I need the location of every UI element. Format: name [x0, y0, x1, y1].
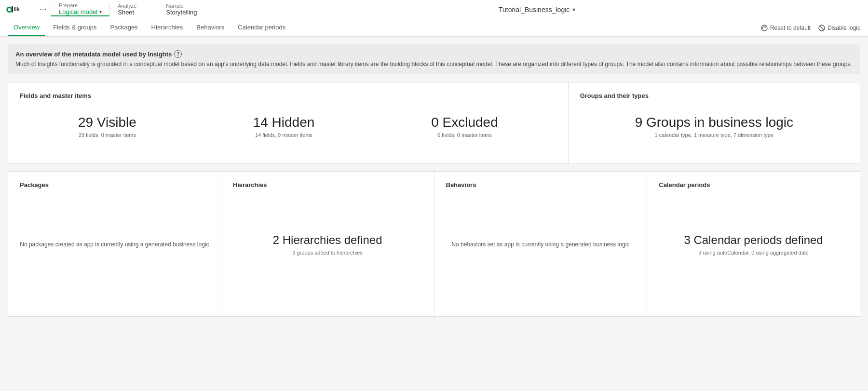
packages-card-title: Packages [20, 181, 209, 189]
stats-row: Fields and master items 29 Visible 29 fi… [8, 82, 860, 163]
calendar-periods-card-title: Calendar periods [659, 181, 848, 189]
groups-sub: 1 calendar type, 1 measure type, 7 dimen… [635, 132, 793, 138]
behaviors-card-title: Behaviors [446, 181, 636, 189]
calendar-periods-card-body: 3 Calendar periods defined 3 using autoC… [659, 196, 848, 293]
tab-calendar-periods[interactable]: Calendar periods [232, 19, 291, 36]
hierarchies-card: Hierarchies 2 Hierarchies defined 3 grou… [221, 172, 434, 316]
visible-stat: 29 Visible 29 fields, 0 master items [78, 115, 136, 138]
excluded-sub: 0 fields, 0 master items [431, 132, 498, 138]
cards-row: Packages No packages created as app is c… [8, 171, 860, 317]
hierarchies-sub-label: 3 groups added to hierarchies [292, 250, 363, 256]
fields-panel: Fields and master items 29 Visible 29 fi… [8, 82, 568, 163]
narrate-label: Narrate [166, 3, 198, 9]
hidden-stat: 14 Hidden 14 fields, 0 master items [253, 115, 315, 138]
disable-icon [818, 25, 825, 31]
packages-card: Packages No packages created as app is c… [8, 172, 221, 316]
hierarchies-big-number: 2 Hierarchies defined [273, 233, 382, 247]
reset-to-default-button[interactable]: Reset to default [761, 25, 811, 31]
app-title[interactable]: Tutorial_Business_logic ▾ [499, 6, 575, 13]
reset-to-default-label: Reset to default [770, 25, 811, 31]
behaviors-card: Behaviors No behaviors set as app is cur… [434, 172, 647, 316]
secondary-nav-actions: Reset to default Disable logic [761, 25, 860, 31]
excluded-count: 0 Excluded [431, 115, 498, 130]
disable-logic-button[interactable]: Disable logic [818, 25, 860, 31]
top-bar-left: lik ··· Prepare Logical model ▾ Analyze … [0, 0, 206, 19]
app-title-dropdown-icon[interactable]: ▾ [572, 6, 575, 13]
info-banner-text: Much of Insights functionality is ground… [15, 60, 853, 68]
top-bar: lik ··· Prepare Logical model ▾ Analyze … [0, 0, 868, 19]
app-title-text: Tutorial_Business_logic [499, 6, 570, 13]
tab-hierarchies[interactable]: Hierarchies [146, 19, 189, 36]
top-bar-center: Tutorial_Business_logic ▾ [206, 0, 868, 19]
calendar-periods-sub-label: 3 using autoCalendar, 0 using aggregated… [698, 250, 809, 256]
hierarchies-card-body: 2 Hierarchies defined 3 groups added to … [233, 196, 422, 293]
visible-count: 29 Visible [78, 115, 136, 130]
prepare-value: Logical model ▾ [59, 8, 102, 15]
fields-stats-items: 29 Visible 29 fields, 0 master items 14 … [20, 107, 556, 153]
tab-fields-groups[interactable]: Fields & groups [47, 19, 102, 36]
svg-point-1 [8, 8, 11, 11]
info-help-icon[interactable]: ? [174, 50, 182, 58]
svg-text:lik: lik [14, 6, 20, 12]
groups-panel-title: Groups and their types [580, 92, 848, 99]
narrate-nav-section[interactable]: Narrate Storytelling [158, 3, 206, 16]
reset-icon [761, 25, 768, 31]
packages-card-body: No packages created as app is currently … [20, 196, 209, 293]
packages-card-note: No packages created as app is currently … [20, 240, 209, 249]
info-banner: An overview of the metadata model used b… [8, 44, 860, 74]
narrate-value: Storytelling [166, 9, 198, 16]
behaviors-card-note: No behaviors set as app is currently usi… [451, 240, 629, 249]
svg-line-7 [820, 26, 824, 30]
behaviors-card-body: No behaviors set as app is currently usi… [446, 196, 636, 293]
groups-panel: Groups and their types 9 Groups in busin… [568, 82, 860, 163]
more-options-button[interactable]: ··· [36, 4, 51, 14]
tab-overview[interactable]: Overview [8, 19, 45, 36]
qlik-logo: lik [0, 4, 36, 15]
fields-panel-title: Fields and master items [20, 92, 556, 99]
analyze-value: Sheet [118, 9, 150, 16]
groups-stat: 9 Groups in business logic 1 calendar ty… [635, 115, 793, 138]
hierarchies-card-title: Hierarchies [233, 181, 422, 189]
svg-rect-2 [12, 5, 14, 12]
hidden-sub: 14 fields, 0 master items [253, 132, 315, 138]
info-banner-title: An overview of the metadata model used b… [15, 50, 853, 58]
groups-count: 9 Groups in business logic [635, 115, 793, 130]
prepare-nav-section[interactable]: Prepare Logical model ▾ [51, 2, 109, 16]
analyze-label: Analyze [118, 3, 150, 9]
main-content: An overview of the metadata model used b… [0, 37, 868, 324]
calendar-periods-big-number: 3 Calendar periods defined [684, 233, 823, 247]
disable-logic-label: Disable logic [827, 25, 860, 31]
groups-stats-items: 9 Groups in business logic 1 calendar ty… [580, 107, 848, 153]
analyze-nav-section[interactable]: Analyze Sheet [109, 3, 158, 16]
hidden-count: 14 Hidden [253, 115, 315, 130]
tab-behaviors[interactable]: Behaviors [190, 19, 230, 36]
visible-sub: 29 fields, 0 master items [78, 132, 136, 138]
tab-packages[interactable]: Packages [105, 19, 144, 36]
prepare-dropdown-arrow[interactable]: ▾ [99, 9, 102, 14]
secondary-nav: Overview Fields & groups Packages Hierar… [0, 19, 868, 37]
prepare-label: Prepare [59, 2, 102, 8]
excluded-stat: 0 Excluded 0 fields, 0 master items [431, 115, 498, 138]
calendar-periods-card: Calendar periods 3 Calendar periods defi… [647, 172, 860, 316]
